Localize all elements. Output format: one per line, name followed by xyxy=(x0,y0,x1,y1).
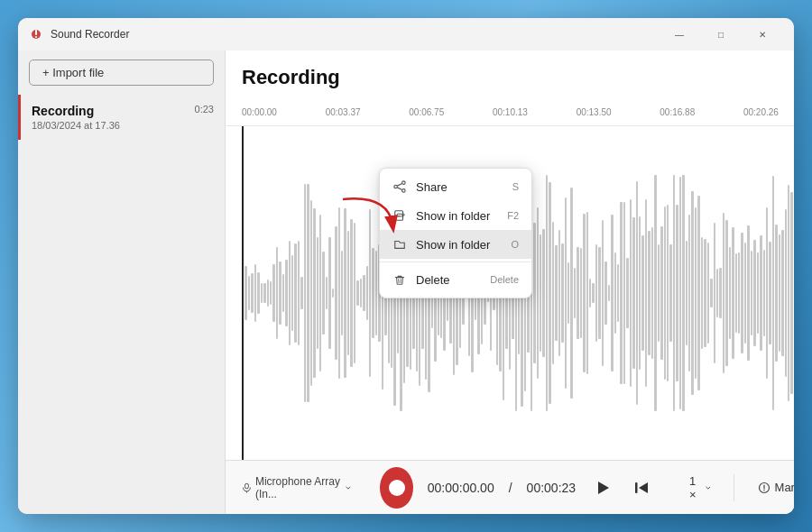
waveform-bar xyxy=(760,235,761,351)
waveform-bar xyxy=(688,215,690,371)
chevron-down-icon xyxy=(345,483,352,492)
menu-item-show-folder[interactable]: Show in folder O xyxy=(380,230,531,259)
timeline-label-6: 00:20.26 xyxy=(743,107,779,117)
menu-item-share[interactable]: Share S xyxy=(380,172,531,201)
menu-folder-shortcut: O xyxy=(511,239,519,250)
svg-rect-24 xyxy=(635,482,638,493)
waveform-bar xyxy=(319,215,321,371)
share-menu-icon xyxy=(392,179,407,194)
play-button[interactable] xyxy=(590,472,615,504)
waveform-bar xyxy=(781,230,783,357)
waveform-bar xyxy=(375,251,377,335)
waveform-bar xyxy=(744,243,746,344)
record-indicator xyxy=(389,480,405,496)
maximize-button[interactable]: □ xyxy=(700,20,742,49)
svg-point-11 xyxy=(402,189,406,193)
waveform-bar xyxy=(354,223,355,364)
svg-rect-16 xyxy=(397,276,401,277)
waveform-bar xyxy=(714,223,715,362)
menu-delete-shortcut: Delete xyxy=(490,274,519,285)
waveform-bar xyxy=(667,205,669,382)
svg-point-12 xyxy=(394,185,398,188)
waveform-bar xyxy=(614,252,616,333)
waveform-bar xyxy=(620,202,622,385)
waveform-bar xyxy=(567,262,569,325)
waveform-bar xyxy=(729,247,731,339)
svg-line-13 xyxy=(397,184,401,187)
waveform-bar xyxy=(608,285,610,302)
waveform-bar xyxy=(598,247,600,338)
minimize-button[interactable]: — xyxy=(659,20,700,49)
window-title: Sound Recorder xyxy=(51,28,659,41)
waveform-bar xyxy=(772,176,774,410)
waveform-bar xyxy=(639,216,641,370)
waveform-bar xyxy=(611,215,613,372)
page-title: Recording xyxy=(242,66,340,89)
waveform-bar xyxy=(604,261,606,324)
svg-rect-21 xyxy=(245,483,249,488)
waveform-bar xyxy=(369,209,371,377)
waveform-bar xyxy=(363,275,364,312)
waveform-bar xyxy=(785,209,787,377)
timeline-label-0: 00:00.00 xyxy=(242,107,277,117)
menu-item-delete[interactable]: Delete Delete xyxy=(380,265,531,294)
timeline-label-2: 00:06.75 xyxy=(409,107,444,117)
mic-icon xyxy=(242,482,252,494)
waveform-bar xyxy=(540,234,541,353)
waveform-bar xyxy=(279,261,281,324)
import-file-button[interactable]: + Import file xyxy=(29,60,214,86)
timeline-label-4: 00:13.50 xyxy=(577,107,612,117)
timeline-label-3: 00:10.13 xyxy=(493,107,528,117)
waveform-bar xyxy=(779,234,780,352)
waveform-bar xyxy=(300,277,302,309)
time-separator: / xyxy=(509,481,512,495)
waveform-bar xyxy=(757,252,759,333)
close-button[interactable]: ✕ xyxy=(742,20,783,49)
app-icon xyxy=(29,27,43,41)
waveform-bar xyxy=(586,212,588,374)
waveform-bar xyxy=(790,192,792,394)
waveform-bar xyxy=(660,226,662,361)
waveform-bar xyxy=(602,220,604,367)
svg-rect-1 xyxy=(35,30,37,35)
waveform-bar xyxy=(679,177,681,409)
waveform-bar xyxy=(276,247,278,339)
waveform-bar xyxy=(617,264,619,321)
waveform-bar xyxy=(549,182,550,404)
app-window: Sound Recorder — □ ✕ + Import file Recor… xyxy=(18,18,794,514)
speed-selector[interactable]: 1 × xyxy=(682,471,719,505)
mark-label: Mark xyxy=(775,481,794,494)
waveform-bar xyxy=(732,227,734,360)
mic-selector[interactable]: Microphone Array (In... xyxy=(242,475,351,500)
menu-item-rename[interactable]: Show in folder F2 xyxy=(380,201,531,230)
timeline-labels: 00:00.00 00:03.37 00:06.75 00:10.13 00:1… xyxy=(242,107,794,117)
mark-button[interactable]: Mark xyxy=(749,477,794,498)
waveform-bar xyxy=(552,222,554,364)
waveform-bar xyxy=(630,199,632,387)
skip-back-button[interactable] xyxy=(631,473,653,502)
waveform-bar xyxy=(592,283,594,303)
waveform-bar xyxy=(267,280,269,306)
timeline-label-5: 00:16.88 xyxy=(660,107,695,117)
waveform-bar xyxy=(766,207,768,380)
svg-point-2 xyxy=(35,36,37,38)
recording-list-item[interactable]: Recording 18/03/2024 at 17.36 0:23 xyxy=(18,95,225,140)
waveform-bar xyxy=(313,208,315,379)
waveform-bar xyxy=(263,283,265,304)
menu-folder-label: Show in folder xyxy=(416,238,502,252)
waveform-bar xyxy=(248,276,250,311)
waveform-bar xyxy=(254,264,256,323)
waveform-bar xyxy=(753,240,755,346)
waveform-bar xyxy=(658,244,660,342)
titlebar: Sound Recorder — □ ✕ xyxy=(18,18,794,50)
waveform-bar xyxy=(332,289,334,298)
waveform-bar xyxy=(310,200,312,386)
waveform-bar xyxy=(741,233,743,354)
waveform-bar xyxy=(335,226,337,360)
waveform-bar xyxy=(347,231,349,355)
context-menu: Share S Show in folder F2 xyxy=(379,168,532,298)
time-total: 00:00:23 xyxy=(527,481,577,495)
record-button[interactable] xyxy=(380,467,412,509)
waveform-bar xyxy=(558,230,560,356)
waveform-bar xyxy=(328,237,330,349)
